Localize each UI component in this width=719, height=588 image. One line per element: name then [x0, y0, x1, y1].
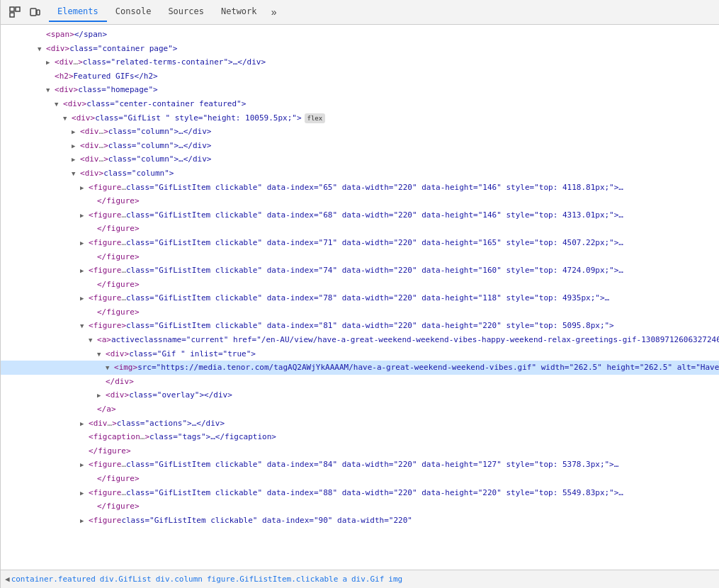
- indent-spacer: [80, 375, 89, 388]
- dom-tree[interactable]: <span></span> <div> class="container pag…: [1, 25, 719, 570]
- toggle-arrow[interactable]: [80, 460, 89, 470]
- inspect-element-button[interactable]: [6, 4, 23, 21]
- breadcrumb-left-arrow[interactable]: ◀: [5, 575, 10, 584]
- dom-line[interactable]: <div> class="Gif " inlist="true">: [1, 347, 719, 361]
- dom-line[interactable]: <figure… class="GifListItem clickable" d…: [1, 291, 719, 305]
- dom-line[interactable]: </figure>: [1, 278, 719, 292]
- indent-spacer: [4, 167, 12, 180]
- indent-spacer: [21, 195, 29, 208]
- breadcrumb-item[interactable]: div.column: [156, 575, 203, 584]
- dom-line[interactable]: <div> class="column">: [1, 166, 719, 181]
- indent-spacer: [46, 403, 55, 416]
- dom-line[interactable]: <a> activeclassname="current" href="/en-…: [1, 333, 719, 347]
- dom-line[interactable]: </div>: [1, 375, 719, 389]
- indent-spacer: [38, 181, 46, 194]
- toggle-arrow[interactable]: [72, 141, 80, 151]
- dom-line[interactable]: <div> class="center-container featured">: [1, 97, 719, 111]
- toggle-arrow[interactable]: [63, 113, 72, 123]
- tab-network[interactable]: Network: [213, 2, 266, 22]
- toggle-arrow[interactable]: [80, 321, 89, 331]
- toggle-arrow[interactable]: [80, 293, 89, 303]
- toggle-arrow[interactable]: [72, 154, 80, 164]
- dom-line[interactable]: <figure… class="GifListItem clickable" d…: [1, 236, 719, 250]
- dom-line[interactable]: <figure… class="GifListItem clickable" d…: [1, 486, 719, 500]
- toggle-arrow[interactable]: [80, 266, 89, 276]
- toggle-arrow[interactable]: [72, 127, 80, 137]
- dom-line[interactable]: </figure>: [1, 444, 719, 458]
- indent-spacer: [80, 389, 89, 402]
- toggle-arrow[interactable]: [97, 390, 106, 400]
- dom-line[interactable]: <h2>Featured GIFs</h2>: [1, 69, 719, 84]
- breadcrumb-item[interactable]: figure.GifListItem.clickable: [207, 575, 338, 584]
- dom-line[interactable]: <div…> class="column">…</div>: [1, 152, 719, 166]
- breadcrumb-item[interactable]: a: [342, 575, 347, 584]
- toggle-arrow[interactable]: [106, 363, 114, 373]
- dom-line[interactable]: </figure>: [1, 499, 719, 514]
- dom-line[interactable]: </figure>: [1, 222, 719, 236]
- dom-line[interactable]: <img> src="https://media.tenor.com/tagAQ…: [1, 361, 719, 375]
- indent-spacer: [21, 473, 29, 485]
- dom-line[interactable]: <figure… class="GifListItem clickable" d…: [1, 208, 719, 222]
- dom-line[interactable]: <div> class="GifList " style="height: 10…: [1, 111, 719, 125]
- indent-spacer: [72, 361, 80, 374]
- dom-line[interactable]: <div…> class="related-terms-container">……: [1, 55, 719, 69]
- dom-line[interactable]: </figure>: [1, 194, 719, 208]
- indent-spacer: [89, 348, 97, 361]
- indent-spacer: [12, 153, 21, 166]
- toggle-arrow[interactable]: [46, 85, 55, 95]
- toggle-arrow[interactable]: [80, 210, 89, 220]
- dom-line[interactable]: <figure… class="GifListItem clickable" d…: [1, 181, 719, 195]
- indent-spacer: [38, 112, 46, 125]
- dom-line[interactable]: <div> class="overlay"></div>: [1, 388, 719, 402]
- toggle-arrow[interactable]: [55, 99, 63, 109]
- dom-line[interactable]: <span></span>: [1, 28, 719, 42]
- breadcrumb-item[interactable]: div.Gif: [351, 575, 384, 584]
- toggle-arrow[interactable]: [80, 488, 89, 498]
- indent-spacer: [21, 431, 29, 443]
- toggle-arrow[interactable]: [72, 169, 80, 179]
- dom-line[interactable]: <figure class="GifListItem clickable" da…: [1, 514, 719, 528]
- dom-line[interactable]: <figure… class="GifListItem clickable" d…: [1, 458, 719, 472]
- indent-spacer: [72, 222, 80, 235]
- tab-sources[interactable]: Sources: [159, 2, 213, 22]
- tab-console[interactable]: Console: [107, 2, 160, 22]
- dom-line[interactable]: <div> class="homepage">: [1, 83, 719, 97]
- indent-spacer: [38, 222, 46, 235]
- tab-elements[interactable]: Elements: [49, 2, 107, 22]
- dom-line[interactable]: <figcaption…> class="tags">…</figcaption…: [1, 430, 719, 444]
- dom-line[interactable]: <div…> class="column">…</div>: [1, 125, 719, 139]
- toggle-arrow[interactable]: [80, 516, 89, 526]
- breadcrumb-item[interactable]: div.GifList: [100, 575, 152, 584]
- indent-spacer: [46, 361, 55, 374]
- dom-line[interactable]: <div> class="container page">: [1, 42, 719, 56]
- dom-line[interactable]: </figure>: [1, 305, 719, 320]
- toggle-arrow[interactable]: [46, 57, 55, 67]
- dom-line[interactable]: <figure… class="GifListItem clickable" d…: [1, 264, 719, 278]
- indent-spacer: [21, 153, 29, 166]
- device-toggle-button[interactable]: [26, 4, 43, 21]
- dom-line[interactable]: </figure>: [1, 472, 719, 486]
- toggle-arrow[interactable]: [38, 44, 46, 54]
- dom-line[interactable]: <figure> class="GifListItem clickable" d…: [1, 319, 719, 333]
- devtools-tabs: Elements Console Sources Network »: [49, 2, 283, 22]
- indent-spacer: [4, 278, 12, 291]
- breadcrumb-item[interactable]: container.featured: [11, 575, 96, 584]
- toggle-arrow[interactable]: [89, 335, 97, 345]
- indent-spacer: [38, 431, 46, 443]
- toggle-arrow[interactable]: [97, 349, 106, 359]
- dom-line[interactable]: <div…> class="column">…</div>: [1, 139, 719, 153]
- toggle-arrow[interactable]: [80, 183, 89, 193]
- dom-line[interactable]: </figure>: [1, 250, 719, 264]
- dom-line[interactable]: </a>: [1, 402, 719, 417]
- toggle-arrow[interactable]: [80, 419, 89, 429]
- indent-spacer: [55, 264, 63, 277]
- indent-spacer: [21, 403, 29, 416]
- indent-spacer: [29, 278, 38, 291]
- dom-line[interactable]: <div…> class="actions">…</div>: [1, 417, 719, 431]
- indent-spacer: [12, 431, 21, 443]
- toggle-arrow[interactable]: [80, 238, 89, 248]
- breadcrumb-item[interactable]: img: [388, 575, 402, 584]
- indent-spacer: [55, 473, 63, 485]
- more-tabs-button[interactable]: »: [266, 4, 283, 21]
- indent-spacer: [12, 112, 21, 125]
